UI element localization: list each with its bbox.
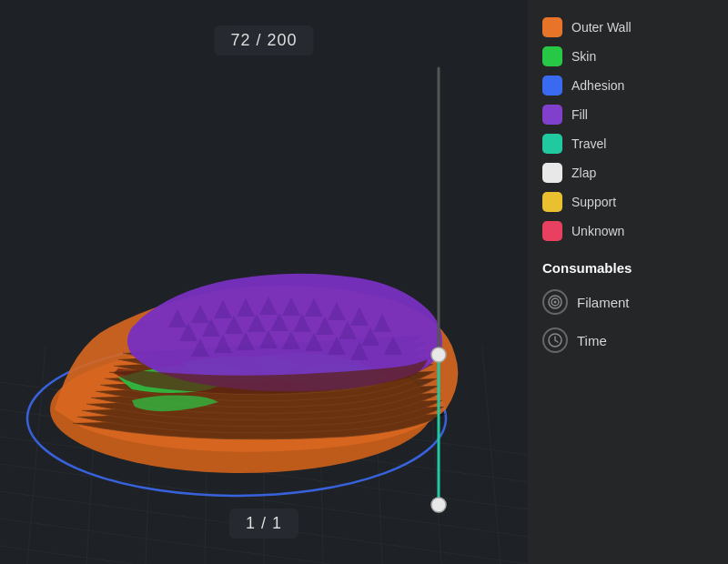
consumable-label-filament: Filament <box>577 295 630 310</box>
legend-item-skin[interactable]: Skin <box>542 42 713 71</box>
legend-swatch-zlap <box>542 163 562 183</box>
legend-item-unknown[interactable]: Unknown <box>542 217 713 246</box>
consumable-item-time[interactable]: Time <box>542 321 713 359</box>
layer-counter-top[interactable]: 72 / 200 <box>214 25 313 55</box>
svg-line-7 <box>27 346 46 564</box>
legend-label-zlap: Zlap <box>571 166 596 180</box>
legend-item-travel[interactable]: Travel <box>542 129 713 158</box>
legend-swatch-skin <box>542 46 562 66</box>
filament-icon <box>542 289 568 315</box>
legend-item-zlap[interactable]: Zlap <box>542 158 713 187</box>
legend-swatch-outer-wall <box>542 17 562 37</box>
right-panel: Outer WallSkinAdhesionFillTravelZlapSupp… <box>528 0 728 564</box>
legend-item-support[interactable]: Support <box>542 187 713 217</box>
time-icon <box>542 327 568 353</box>
consumables-heading: Consumables <box>542 257 713 279</box>
consumable-label-time: Time <box>577 333 607 348</box>
legend-list: Outer WallSkinAdhesionFillTravelZlapSupp… <box>542 13 713 246</box>
svg-point-49 <box>431 498 446 512</box>
legend-swatch-adhesion <box>542 76 562 96</box>
legend-label-unknown: Unknown <box>571 224 624 238</box>
legend-label-fill: Fill <box>571 107 588 122</box>
legend-item-outer-wall[interactable]: Outer Wall <box>542 13 713 42</box>
consumables-list: Filament Time <box>542 283 713 359</box>
legend-label-adhesion: Adhesion <box>571 78 624 93</box>
consumable-item-filament[interactable]: Filament <box>542 283 713 321</box>
legend-item-fill[interactable]: Fill <box>542 100 713 129</box>
legend-swatch-unknown <box>542 221 562 241</box>
legend-label-outer-wall: Outer Wall <box>571 20 632 35</box>
legend-label-travel: Travel <box>571 136 606 151</box>
layer-counter-bottom[interactable]: 1 / 1 <box>229 509 298 539</box>
legend-label-support: Support <box>571 195 616 209</box>
3d-viewport: 72 / 200 1 / 1 <box>0 0 528 564</box>
svg-point-52 <box>554 301 557 304</box>
legend-swatch-travel <box>542 134 562 154</box>
legend-item-adhesion[interactable]: Adhesion <box>542 71 713 100</box>
legend-label-skin: Skin <box>571 49 596 64</box>
legend-swatch-support <box>542 192 562 212</box>
legend-swatch-fill <box>542 105 562 125</box>
svg-point-48 <box>431 347 446 362</box>
